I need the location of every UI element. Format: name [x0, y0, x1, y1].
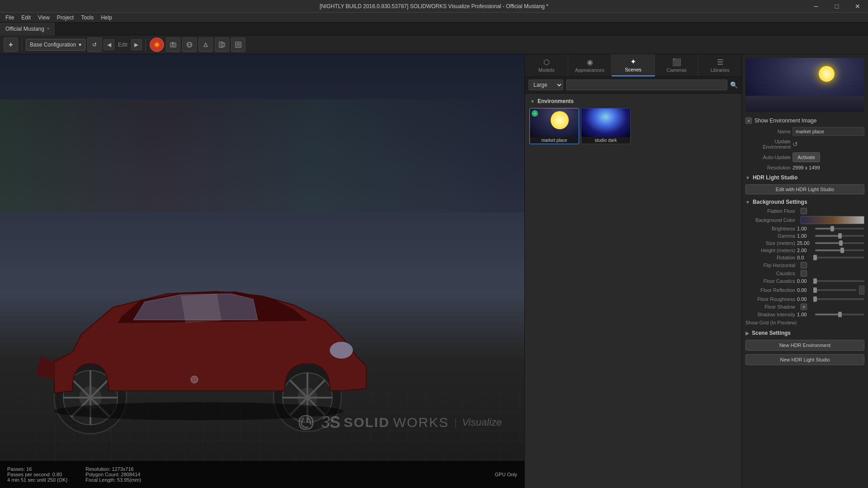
stats-bar: Passes: 16 Passes per second: 0.80 4 min…: [0, 461, 524, 488]
menu-edit[interactable]: Edit: [18, 14, 34, 22]
scene-settings-header[interactable]: ▶ Scene Settings: [745, 327, 864, 338]
detail-panel[interactable]: Show Environment Image Name Update Envir…: [741, 54, 868, 488]
bg-color-row: Background Color: [745, 215, 864, 225]
env-thumb-img-market: ✓: [530, 108, 579, 137]
sphere-button[interactable]: [182, 38, 197, 52]
edit-label: Edit: [116, 42, 129, 48]
env-detail-preview: [745, 58, 864, 112]
menu-project[interactable]: Project: [53, 14, 77, 22]
render-mode-button[interactable]: [150, 38, 164, 52]
prev-button[interactable]: ◀: [104, 39, 114, 50]
sun-icon: [819, 66, 835, 82]
gamma-track[interactable]: [815, 235, 864, 237]
floor-rough-row: Floor Roughness 0.00: [745, 296, 864, 303]
environments-header[interactable]: ▼ Environments: [528, 96, 739, 106]
activate-button[interactable]: Activate: [793, 152, 820, 162]
brightness-track[interactable]: [815, 228, 864, 230]
models-icon: ⬡: [543, 58, 550, 66]
gamma-thumb[interactable]: [838, 233, 842, 239]
ground-reflect: [745, 96, 864, 112]
layout-button[interactable]: [231, 38, 245, 52]
size-track[interactable]: [815, 242, 864, 244]
menu-tools[interactable]: Tools: [77, 14, 97, 22]
name-input[interactable]: [793, 127, 864, 136]
floor-refl-label: Floor Reflection: [745, 287, 795, 293]
flatten-floor-row: Flatten Floor: [745, 207, 864, 215]
menu-view[interactable]: View: [34, 14, 53, 22]
rotation-thumb[interactable]: [813, 255, 817, 260]
add-button[interactable]: +: [4, 38, 18, 52]
close-button[interactable]: ✕: [847, 0, 868, 12]
next-button[interactable]: ▶: [131, 39, 142, 50]
update-env-button[interactable]: ↺: [793, 141, 798, 148]
search-input[interactable]: [566, 80, 727, 90]
size-thumb[interactable]: [839, 240, 843, 246]
new-hdr-env-button[interactable]: New HDR Environment: [745, 340, 864, 351]
floor-rough-thumb[interactable]: [813, 296, 817, 302]
floor-refl-track[interactable]: [815, 289, 856, 291]
appearance-button[interactable]: [198, 38, 213, 52]
flip-h-checkbox[interactable]: [801, 262, 807, 268]
floor-caustics-track[interactable]: [815, 280, 864, 282]
window-controls: ─ □ ✕: [806, 0, 868, 12]
resolution-row: Resolution 2999 x 1499: [745, 164, 864, 172]
floor-caustics-value: 0.00: [797, 278, 813, 284]
refresh-config-button[interactable]: ↺: [87, 38, 102, 52]
floor-caustics-thumb[interactable]: [813, 278, 817, 284]
show-env-label: Show Environment Image: [755, 117, 816, 124]
caustics-checkbox[interactable]: [801, 270, 807, 277]
bg-settings-header[interactable]: ▼ Background Settings: [745, 196, 864, 207]
viewport[interactable]: 3S SOLID WORKS | Visualize Passes: 16 Pa…: [0, 54, 524, 488]
shadow-intensity-thumb[interactable]: [838, 312, 842, 317]
environments-section: ▼ Environments ✓ market place: [525, 94, 741, 149]
shadow-intensity-track[interactable]: [815, 314, 864, 315]
brightness-thumb[interactable]: [830, 226, 834, 231]
env-thumb-studio[interactable]: studio dark: [581, 108, 631, 144]
hdr-section-header[interactable]: ▼ HDR Light Studio: [745, 172, 864, 183]
floor-shadow-checkbox[interactable]: [801, 304, 807, 310]
floor-rough-track[interactable]: [815, 298, 864, 300]
tab-scenes[interactable]: ✦ Scenes: [612, 54, 655, 76]
show-env-checkbox[interactable]: [745, 117, 752, 124]
document-tab[interactable]: Official Mustang ×: [0, 23, 56, 35]
size-select[interactable]: Large Medium Small: [528, 80, 563, 90]
tab-bar: Official Mustang ×: [0, 23, 868, 35]
panel-content[interactable]: ▼ Environments ✓ market place: [525, 94, 741, 488]
rotation-label: Rotation: [745, 255, 795, 260]
new-hdr-light-button[interactable]: New HDR Light Studio: [745, 354, 864, 365]
tab-appearances[interactable]: ◉ Appearances: [568, 54, 612, 76]
tab-close-button[interactable]: ×: [47, 26, 50, 31]
scene-settings-label: Scene Settings: [752, 330, 791, 336]
hdr-edit-button[interactable]: Edit with HDR Light Studio: [745, 184, 864, 194]
show-grid-label: Show Grid (In Preview): [745, 320, 797, 325]
minimize-button[interactable]: ─: [806, 0, 826, 12]
flatten-floor-checkbox[interactable]: [801, 208, 807, 214]
env-grid: ✓ market place studio dark: [528, 106, 739, 146]
tab-cameras[interactable]: ⬛ Cameras: [655, 54, 698, 76]
separator-2: [146, 38, 146, 51]
shadow-intensity-row: Shadow Intensity 1.00: [745, 311, 864, 318]
bg-color-swatch[interactable]: [801, 216, 864, 224]
car-model: [0, 221, 393, 438]
maximize-button[interactable]: □: [826, 0, 847, 12]
config-dropdown[interactable]: Base Configuration ▾: [26, 39, 85, 51]
rotation-track[interactable]: [815, 257, 864, 258]
height-track[interactable]: [815, 249, 864, 251]
height-value: 2.00: [797, 248, 813, 253]
bg-chevron-icon: ▼: [745, 200, 750, 205]
right-panel: ⬡ Models ◉ Appearances ✦ Scenes ⬛ Camera…: [524, 54, 741, 488]
camera-button[interactable]: [166, 38, 180, 52]
floor-refl-lock[interactable]: ⋮: [859, 286, 864, 295]
chevron-icon: ▼: [530, 99, 535, 104]
tab-models[interactable]: ⬡ Models: [525, 54, 568, 76]
height-thumb[interactable]: [840, 248, 844, 253]
show-env-row: Show Environment Image: [745, 116, 864, 126]
search-icon[interactable]: 🔍: [730, 81, 738, 89]
render-button[interactable]: [215, 38, 229, 52]
floor-refl-thumb[interactable]: [813, 287, 817, 293]
menu-file[interactable]: File: [2, 14, 18, 22]
floor-refl-value: 0.00: [797, 287, 813, 293]
menu-help[interactable]: Help: [97, 14, 116, 22]
tab-libraries[interactable]: ☰ Libraries: [698, 54, 741, 76]
env-thumb-market[interactable]: ✓ market place: [529, 108, 579, 144]
